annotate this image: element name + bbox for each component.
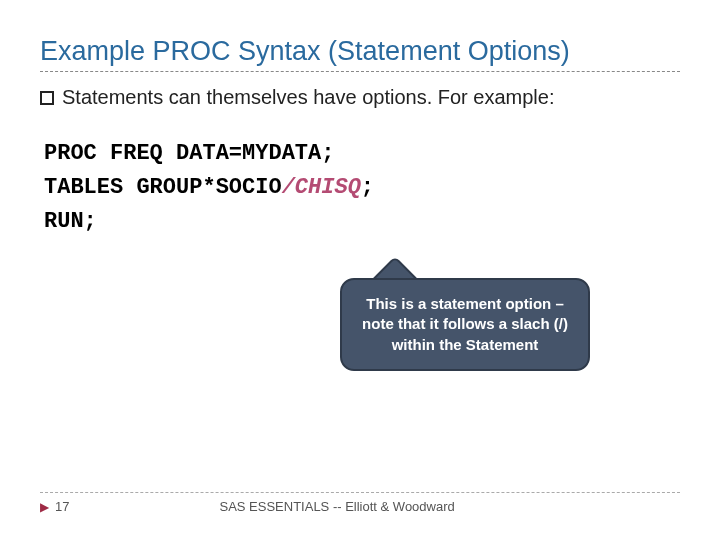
code-line-1: PROC FREQ DATA=MYDATA;	[44, 137, 680, 171]
title-divider	[40, 71, 680, 72]
code-block: PROC FREQ DATA=MYDATA; TABLES GROUP*SOCI…	[44, 137, 680, 239]
bullet-item: Statements can themselves have options. …	[40, 86, 680, 109]
arrow-right-icon: ▶	[40, 500, 49, 514]
code-line-2-post: ;	[361, 175, 374, 200]
square-bullet-icon	[40, 91, 54, 105]
page-number: 17	[55, 499, 69, 514]
footer-text: SAS ESSENTIALS -- Elliott & Woodward	[219, 499, 454, 514]
callout-box: This is a statement option – note that i…	[340, 278, 590, 371]
callout: This is a statement option – note that i…	[340, 278, 590, 371]
code-option: /CHISQ	[282, 175, 361, 200]
callout-text: This is a statement option – note that i…	[362, 295, 568, 353]
code-line-2-pre: TABLES GROUP*SOCIO	[44, 175, 282, 200]
code-line-3: RUN;	[44, 205, 680, 239]
bullet-text: Statements can themselves have options. …	[62, 86, 554, 109]
slide-title: Example PROC Syntax (Statement Options)	[40, 36, 680, 67]
footer: ▶ 17 SAS ESSENTIALS -- Elliott & Woodwar…	[40, 492, 680, 514]
footer-divider	[40, 492, 680, 493]
code-line-2: TABLES GROUP*SOCIO/CHISQ;	[44, 171, 680, 205]
